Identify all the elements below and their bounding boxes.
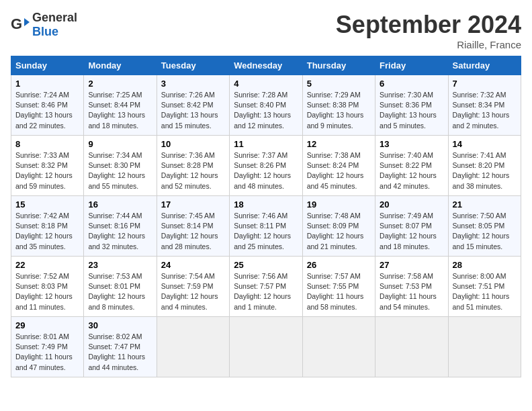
- calendar-cell: 22 Sunrise: 7:52 AMSunset: 8:03 PMDaylig…: [11, 257, 84, 317]
- day-number: 30: [88, 320, 152, 330]
- day-detail: Sunrise: 7:38 AMSunset: 8:24 PMDaylight:…: [307, 151, 364, 190]
- calendar-cell: 4 Sunrise: 7:28 AMSunset: 8:40 PMDayligh…: [230, 75, 302, 136]
- day-number: 18: [234, 199, 298, 210]
- day-number: 5: [307, 79, 371, 89]
- calendar-cell: 12 Sunrise: 7:38 AMSunset: 8:24 PMDaylig…: [302, 136, 375, 196]
- day-number: 20: [380, 199, 443, 210]
- calendar-cell: 9 Sunrise: 7:34 AMSunset: 8:30 PMDayligh…: [84, 136, 157, 196]
- day-detail: Sunrise: 7:26 AMSunset: 8:42 PMDaylight:…: [161, 91, 218, 130]
- day-detail: Sunrise: 7:53 AMSunset: 8:01 PMDaylight:…: [88, 272, 145, 311]
- day-detail: Sunrise: 8:01 AMSunset: 7:49 PMDaylight:…: [15, 332, 73, 371]
- header-row: SundayMondayTuesdayWednesdayThursdayFrid…: [11, 56, 521, 75]
- calendar-cell: 28 Sunrise: 8:00 AMSunset: 7:51 PMDaylig…: [448, 257, 521, 317]
- calendar-cell: 3 Sunrise: 7:26 AMSunset: 8:42 PMDayligh…: [157, 75, 229, 136]
- calendar-table: SundayMondayTuesdayWednesdayThursdayFrid…: [11, 56, 521, 377]
- header-day-tuesday: Tuesday: [157, 56, 229, 75]
- header-day-wednesday: Wednesday: [230, 56, 302, 75]
- day-number: 6: [380, 79, 443, 89]
- day-number: 12: [307, 139, 371, 149]
- day-number: 8: [15, 139, 79, 149]
- day-number: 9: [88, 139, 152, 149]
- calendar-week-5: 29 Sunrise: 8:01 AMSunset: 7:49 PMDaylig…: [11, 317, 521, 377]
- day-detail: Sunrise: 7:29 AMSunset: 8:38 PMDaylight:…: [307, 91, 364, 130]
- calendar-week-3: 15 Sunrise: 7:42 AMSunset: 8:18 PMDaylig…: [11, 196, 521, 257]
- calendar-cell: 11 Sunrise: 7:37 AMSunset: 8:26 PMDaylig…: [230, 136, 302, 196]
- logo-blue: Blue: [32, 25, 58, 38]
- calendar-cell: 29 Sunrise: 8:01 AMSunset: 7:49 PMDaylig…: [11, 317, 84, 377]
- calendar-week-2: 8 Sunrise: 7:33 AMSunset: 8:32 PMDayligh…: [11, 136, 521, 196]
- day-detail: Sunrise: 7:30 AMSunset: 8:36 PMDaylight:…: [380, 91, 437, 130]
- calendar-cell: 25 Sunrise: 7:56 AMSunset: 7:57 PMDaylig…: [230, 257, 302, 317]
- day-detail: Sunrise: 7:28 AMSunset: 8:40 PMDaylight:…: [234, 91, 291, 130]
- day-detail: Sunrise: 7:48 AMSunset: 8:09 PMDaylight:…: [307, 212, 364, 250]
- day-detail: Sunrise: 7:57 AMSunset: 7:55 PMDaylight:…: [307, 272, 364, 311]
- calendar-cell: 17 Sunrise: 7:45 AMSunset: 8:14 PMDaylig…: [157, 196, 229, 257]
- day-number: 23: [88, 260, 152, 270]
- calendar-cell: [375, 317, 448, 377]
- day-detail: Sunrise: 7:37 AMSunset: 8:26 PMDaylight:…: [234, 151, 291, 190]
- day-detail: Sunrise: 8:02 AMSunset: 7:47 PMDaylight:…: [88, 332, 145, 371]
- day-detail: Sunrise: 7:45 AMSunset: 8:14 PMDaylight:…: [161, 212, 218, 250]
- day-number: 17: [161, 199, 225, 210]
- day-number: 29: [15, 320, 79, 330]
- logo: G General Blue: [11, 11, 77, 39]
- day-number: 1: [15, 79, 79, 89]
- day-number: 15: [15, 199, 79, 210]
- calendar-cell: [230, 317, 302, 377]
- calendar-cell: 1 Sunrise: 7:24 AMSunset: 8:46 PMDayligh…: [11, 75, 84, 136]
- day-detail: Sunrise: 7:25 AMSunset: 8:44 PMDaylight:…: [88, 91, 145, 130]
- calendar-body: 1 Sunrise: 7:24 AMSunset: 8:46 PMDayligh…: [11, 75, 521, 377]
- calendar-week-4: 22 Sunrise: 7:52 AMSunset: 8:03 PMDaylig…: [11, 257, 521, 317]
- header-day-sunday: Sunday: [11, 56, 84, 75]
- day-detail: Sunrise: 7:32 AMSunset: 8:34 PMDaylight:…: [453, 91, 510, 130]
- calendar-cell: 8 Sunrise: 7:33 AMSunset: 8:32 PMDayligh…: [11, 136, 84, 196]
- day-detail: Sunrise: 7:40 AMSunset: 8:22 PMDaylight:…: [380, 151, 437, 190]
- calendar-cell: 19 Sunrise: 7:48 AMSunset: 8:09 PMDaylig…: [302, 196, 375, 257]
- calendar-cell: 13 Sunrise: 7:40 AMSunset: 8:22 PMDaylig…: [375, 136, 448, 196]
- day-detail: Sunrise: 7:42 AMSunset: 8:18 PMDaylight:…: [15, 212, 73, 250]
- calendar-cell: 30 Sunrise: 8:02 AMSunset: 7:47 PMDaylig…: [84, 317, 157, 377]
- calendar-cell: 15 Sunrise: 7:42 AMSunset: 8:18 PMDaylig…: [11, 196, 84, 257]
- calendar-cell: 20 Sunrise: 7:49 AMSunset: 8:07 PMDaylig…: [375, 196, 448, 257]
- day-detail: Sunrise: 7:33 AMSunset: 8:32 PMDaylight:…: [15, 151, 73, 190]
- calendar-header: SundayMondayTuesdayWednesdayThursdayFrid…: [11, 56, 521, 75]
- day-detail: Sunrise: 7:52 AMSunset: 8:03 PMDaylight:…: [15, 272, 73, 311]
- header-day-monday: Monday: [84, 56, 157, 75]
- day-detail: Sunrise: 7:44 AMSunset: 8:16 PMDaylight:…: [88, 212, 145, 250]
- day-detail: Sunrise: 7:36 AMSunset: 8:28 PMDaylight:…: [161, 151, 218, 190]
- calendar-cell: 6 Sunrise: 7:30 AMSunset: 8:36 PMDayligh…: [375, 75, 448, 136]
- calendar-week-1: 1 Sunrise: 7:24 AMSunset: 8:46 PMDayligh…: [11, 75, 521, 136]
- day-detail: Sunrise: 7:50 AMSunset: 8:05 PMDaylight:…: [453, 212, 510, 250]
- calendar-cell: 18 Sunrise: 7:46 AMSunset: 8:11 PMDaylig…: [230, 196, 302, 257]
- day-detail: Sunrise: 8:00 AMSunset: 7:51 PMDaylight:…: [453, 272, 510, 311]
- calendar-cell: 23 Sunrise: 7:53 AMSunset: 8:01 PMDaylig…: [84, 257, 157, 317]
- day-number: 7: [453, 79, 517, 89]
- day-number: 28: [453, 260, 517, 270]
- day-number: 26: [307, 260, 371, 270]
- day-number: 13: [380, 139, 443, 149]
- day-number: 19: [307, 199, 371, 210]
- calendar-cell: 26 Sunrise: 7:57 AMSunset: 7:55 PMDaylig…: [302, 257, 375, 317]
- calendar-cell: 10 Sunrise: 7:36 AMSunset: 8:28 PMDaylig…: [157, 136, 229, 196]
- calendar-cell: 16 Sunrise: 7:44 AMSunset: 8:16 PMDaylig…: [84, 196, 157, 257]
- day-detail: Sunrise: 7:24 AMSunset: 8:46 PMDaylight:…: [15, 91, 73, 130]
- day-number: 11: [234, 139, 298, 149]
- day-number: 10: [161, 139, 225, 149]
- header-day-saturday: Saturday: [448, 56, 521, 75]
- day-detail: Sunrise: 7:49 AMSunset: 8:07 PMDaylight:…: [380, 212, 437, 250]
- header-day-friday: Friday: [375, 56, 448, 75]
- location: Riaille, France: [336, 39, 521, 50]
- day-number: 21: [453, 199, 517, 210]
- header-day-thursday: Thursday: [302, 56, 375, 75]
- day-detail: Sunrise: 7:54 AMSunset: 7:59 PMDaylight:…: [161, 272, 218, 311]
- calendar-cell: 2 Sunrise: 7:25 AMSunset: 8:44 PMDayligh…: [84, 75, 157, 136]
- day-detail: Sunrise: 7:41 AMSunset: 8:20 PMDaylight:…: [453, 151, 510, 190]
- day-number: 25: [234, 260, 298, 270]
- calendar-cell: 24 Sunrise: 7:54 AMSunset: 7:59 PMDaylig…: [157, 257, 229, 317]
- day-number: 3: [161, 79, 225, 89]
- day-number: 2: [88, 79, 152, 89]
- day-number: 4: [234, 79, 298, 89]
- day-number: 27: [380, 260, 443, 270]
- month-title: September 2024: [336, 11, 521, 39]
- svg-text:G: G: [11, 15, 22, 32]
